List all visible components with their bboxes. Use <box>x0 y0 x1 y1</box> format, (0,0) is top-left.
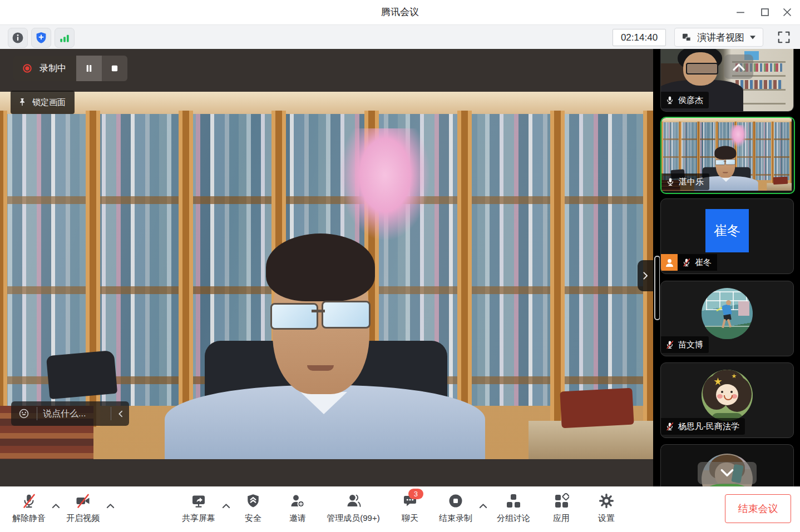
participant-tile-partial[interactable] <box>660 444 794 487</box>
chevron-down-icon <box>720 469 734 478</box>
art-red-books <box>773 177 788 185</box>
participant-tile[interactable]: 苗文博 <box>660 281 794 356</box>
art-bag <box>46 350 117 399</box>
person-icon <box>664 257 675 268</box>
chevron-left-icon <box>118 410 123 417</box>
manage-members-button[interactable]: 管理成员(99+) <box>322 493 385 524</box>
unmute-button[interactable]: 解除静音 <box>8 493 50 524</box>
stop-recording-label: 结束录制 <box>439 513 472 524</box>
participant-tile[interactable]: 杨思凡-民商法学 <box>660 362 794 438</box>
meeting-info-button[interactable] <box>8 28 28 48</box>
record-options-chevron[interactable] <box>477 502 488 510</box>
fullscreen-button[interactable] <box>774 28 793 47</box>
manage-members-label: 管理成员(99+) <box>327 513 379 524</box>
chevron-right-icon <box>643 272 648 280</box>
breakout-rooms-label: 分组讨论 <box>497 513 530 524</box>
art-court <box>702 326 753 339</box>
camera-off-icon <box>75 493 91 509</box>
art-eye <box>721 391 723 393</box>
participant-name: 侯彦杰 <box>678 95 703 106</box>
avatar-initials: 崔冬 <box>705 209 749 252</box>
apps-label: 应用 <box>553 513 570 524</box>
apps-grid-icon <box>554 493 569 509</box>
scroll-up-button[interactable] <box>724 54 753 79</box>
mic-on-icon <box>666 177 675 186</box>
participant-tile[interactable]: 侯彦杰 <box>660 49 794 112</box>
art-flowers <box>340 128 429 240</box>
art-person-hair <box>266 233 375 301</box>
view-mode-button[interactable]: 演讲者视图 <box>674 28 763 47</box>
art-books <box>735 80 782 89</box>
stop-record-icon <box>448 493 463 509</box>
mic-options-chevron[interactable] <box>50 502 61 510</box>
share-options-chevron[interactable] <box>220 502 231 510</box>
scroll-down-button[interactable] <box>698 462 757 484</box>
stop-recording-button[interactable] <box>102 56 127 81</box>
security-button[interactable]: 安全 <box>239 493 267 524</box>
emoji-button[interactable] <box>11 407 37 420</box>
minimize-button[interactable] <box>732 4 749 20</box>
chevron-up-icon <box>732 63 745 71</box>
invite-button[interactable]: 邀请 <box>284 493 312 524</box>
status-bar: 02:14:40 演讲者视图 <box>0 25 800 49</box>
breakout-rooms-button[interactable]: 分组讨论 <box>496 493 531 524</box>
lock-view-button[interactable]: 锁定画面 <box>11 91 75 114</box>
participant-label: 侯彦杰 <box>661 92 709 108</box>
settings-button[interactable]: 设置 <box>593 493 620 524</box>
record-dot-icon <box>21 62 33 74</box>
chat-label: 聊天 <box>402 513 418 524</box>
mic-muted-icon <box>682 258 691 267</box>
window-title: 腾讯会议 <box>0 0 800 24</box>
recording-label: 录制中 <box>39 63 66 74</box>
art-glasses-bridge <box>312 310 325 312</box>
maximize-button[interactable] <box>757 4 773 20</box>
lock-view-label: 锁定画面 <box>32 97 66 108</box>
avatar-cartoon <box>702 370 753 421</box>
art-cheek <box>717 394 723 399</box>
settings-label: 设置 <box>598 513 615 524</box>
invite-label: 邀请 <box>289 513 306 524</box>
participant-label: 苗文博 <box>661 336 709 353</box>
chat-button[interactable]: 3 聊天 <box>396 493 424 524</box>
recording-pill: 录制中 <box>13 56 127 81</box>
pause-icon <box>82 62 96 75</box>
signal-bars-icon <box>58 31 71 44</box>
chat-unread-badge: 3 <box>408 489 423 499</box>
participant-tile-active-speaker[interactable]: 湛中乐 <box>660 117 795 194</box>
pause-recording-button[interactable] <box>76 56 102 81</box>
apps-button[interactable]: 应用 <box>547 493 575 524</box>
meeting-protect-button[interactable] <box>31 28 51 48</box>
network-status-button[interactable] <box>55 28 75 48</box>
collapse-chat-button[interactable] <box>111 411 129 416</box>
maximize-icon <box>758 6 772 19</box>
video-options-chevron[interactable] <box>105 502 116 510</box>
participant-tile[interactable]: 崔冬 崔冬 <box>660 198 794 274</box>
art-player-head <box>726 300 731 305</box>
avatar-photo <box>702 288 753 339</box>
share-screen-label: 共享屏幕 <box>182 513 215 524</box>
bottom-toolbar: 解除静音 开启视频 共享屏幕 安全 邀请 管理成员(99+) <box>0 486 800 532</box>
end-meeting-button[interactable]: 结束会议 <box>725 494 791 523</box>
mic-muted-icon <box>21 493 37 509</box>
share-screen-button[interactable]: 共享屏幕 <box>179 493 218 524</box>
chat-input-field[interactable]: 说点什么... <box>37 408 111 420</box>
collapse-sidebar-button[interactable] <box>638 260 653 291</box>
sidebar-gap <box>653 49 660 486</box>
caret-down-icon <box>749 35 756 39</box>
start-video-button[interactable]: 开启视频 <box>65 493 101 524</box>
close-button[interactable] <box>779 4 796 20</box>
fullscreen-icon <box>777 30 791 44</box>
members-icon <box>345 493 361 509</box>
view-mode-label: 演讲者视图 <box>697 31 744 44</box>
stop-recording-button[interactable]: 结束录制 <box>437 493 474 524</box>
stop-icon <box>108 62 121 75</box>
art-building <box>738 301 749 316</box>
label-segment: 崔冬 <box>678 254 717 271</box>
meeting-timer: 02:14:40 <box>613 29 666 46</box>
tencent-meeting-window: 腾讯会议 02:14:40 演讲者视图 <box>0 0 800 532</box>
chat-bubble-icon: 3 <box>402 493 418 509</box>
mic-muted-icon <box>665 340 674 349</box>
pin-icon <box>17 97 27 107</box>
invite-person-icon <box>290 493 305 509</box>
start-video-label: 开启视频 <box>66 513 100 524</box>
